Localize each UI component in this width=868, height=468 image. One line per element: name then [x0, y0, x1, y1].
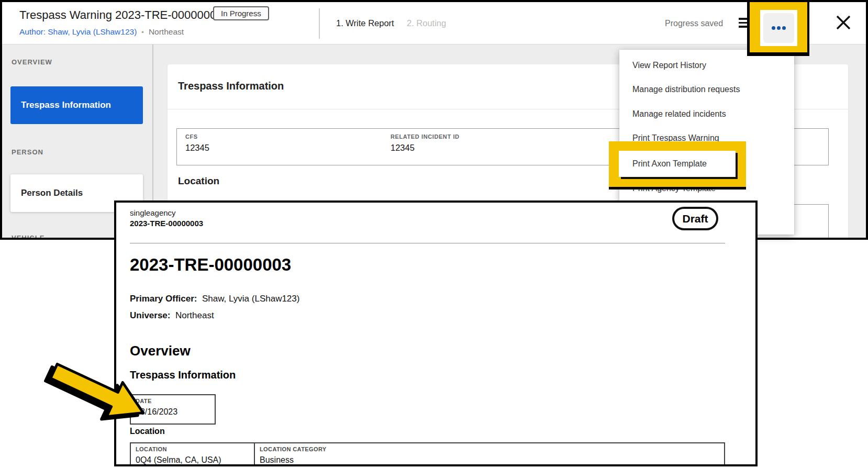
print-preview-document: singleagency 2023-TRE-00000003 Draft 202…	[114, 200, 758, 466]
more-options-button[interactable]	[763, 13, 794, 43]
related-incident-id-label: RELATED INCIDENT ID	[391, 133, 460, 140]
doc-location-value: 0Q4 (Selma, CA, USA)	[136, 455, 221, 465]
ellipsis-dot	[777, 26, 781, 30]
doc-header-divider	[130, 243, 725, 243]
bullet-separator: •	[141, 28, 144, 36]
arrow-annotation-icon	[37, 335, 173, 429]
menu-item-manage-distribution-requests[interactable]: Manage distribution requests	[632, 83, 740, 96]
doc-location-category-value: Business	[260, 455, 294, 465]
page-title: Trespass Warning 2023-TRE-00000002	[19, 8, 222, 22]
screenshot-stage: Trespass Warning 2023-TRE-00000002 In Pr…	[0, 0, 868, 468]
doc-title: 2023-TRE-00000003	[130, 255, 291, 275]
menu-item-view-report-history[interactable]: View Report History	[632, 59, 706, 72]
sidebar-item-label: Trespass Information	[21, 100, 111, 110]
ellipsis-dot	[782, 26, 786, 30]
universe-label: Universe:	[130, 310, 170, 320]
doc-agency-name: singleagency	[130, 208, 176, 217]
tab-routing[interactable]: 2. Routing	[407, 18, 446, 28]
related-incident-id-value: 12345	[391, 143, 415, 153]
primary-officer-value: Shaw, Lyvia (LShaw123)	[202, 294, 299, 304]
draft-status-badge: Draft	[672, 207, 718, 230]
author-link[interactable]: Author: Shaw, Lyvia (LShaw123)	[19, 27, 137, 36]
doc-report-id: 2023-TRE-00000003	[130, 219, 203, 228]
doc-location-category-field: LOCATION CATEGORY Business	[255, 442, 725, 466]
primary-officer-label: Primary Officer:	[130, 294, 197, 304]
menu-item-manage-related-incidents[interactable]: Manage related incidents	[632, 108, 726, 120]
progress-saved-label: Progress saved	[665, 19, 723, 28]
author-row: Author: Shaw, Lyvia (LShaw123)•Northeast	[19, 27, 184, 37]
tab-write-report[interactable]: 1. Write Report	[336, 18, 394, 28]
highlight-box-print-axon-template: Print Axon Template	[609, 141, 746, 187]
sidebar-section-person: PERSON	[12, 148, 43, 156]
highlight-box-more-options	[750, 2, 807, 52]
sidebar-section-vehicle: VEHICLE	[12, 234, 44, 240]
status-badge: In Progress	[213, 6, 269, 20]
cfs-field-value: 12345	[185, 143, 209, 153]
panel-title: Trespass Information	[178, 80, 284, 92]
menu-item-print-axon-template-highlighted[interactable]: Print Axon Template	[619, 151, 736, 177]
close-icon[interactable]	[835, 14, 852, 31]
cfs-field-label: CFS	[185, 133, 198, 140]
doc-location-category-label: LOCATION CATEGORY	[260, 446, 327, 452]
doc-universe-line: Universe: Northeast	[130, 310, 214, 321]
cfs-field[interactable]: CFS 12345	[176, 128, 383, 165]
sidebar-item-trespass-information[interactable]: Trespass Information	[10, 86, 143, 124]
sidebar-section-overview: OVERVIEW	[12, 58, 52, 66]
universe-value: Northeast	[175, 310, 214, 320]
doc-location-field: LOCATION 0Q4 (Selma, CA, USA)	[130, 442, 255, 466]
doc-primary-officer-line: Primary Officer: Shaw, Lyvia (LShaw123)	[130, 294, 299, 304]
region-label: Northeast	[149, 27, 184, 36]
location-section-heading: Location	[178, 175, 219, 187]
ellipsis-dot	[772, 26, 775, 30]
highlight-inner	[760, 10, 797, 46]
doc-location-label: LOCATION	[136, 446, 167, 452]
app-header: Trespass Warning 2023-TRE-00000002 In Pr…	[2, 2, 866, 44]
sidebar-item-label: Person Details	[21, 188, 83, 198]
header-divider	[319, 8, 320, 39]
